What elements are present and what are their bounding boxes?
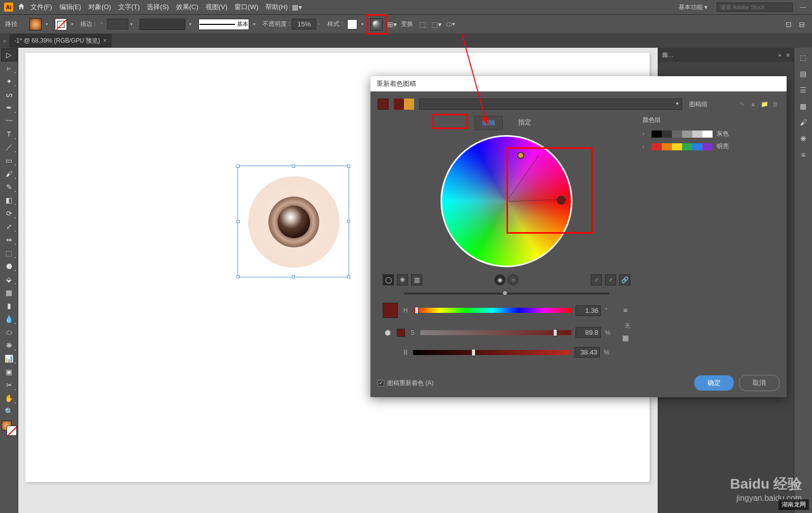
rotate-tool[interactable]: ⟳ bbox=[2, 207, 17, 219]
free-transform-tool[interactable]: ⬚ bbox=[2, 247, 17, 259]
smooth-wheel-button[interactable]: ◯ bbox=[383, 274, 394, 285]
tab-chevrons[interactable]: » bbox=[0, 38, 9, 44]
mesh-tool[interactable]: ▦ bbox=[2, 286, 17, 299]
hs-mode-button[interactable]: ◉ bbox=[494, 274, 505, 285]
zoom-tool[interactable]: 🔍 bbox=[2, 405, 17, 418]
stroke-panel-icon[interactable]: ≡ bbox=[797, 148, 810, 162]
stroke-weight-dd[interactable]: ▾ bbox=[130, 22, 136, 27]
saturation-slider[interactable] bbox=[420, 330, 571, 335]
symbols-icon[interactable]: ❋ bbox=[797, 132, 810, 145]
menu-window[interactable]: 窗口(W) bbox=[234, 3, 258, 12]
harmony-rules-dropdown[interactable] bbox=[419, 99, 682, 110]
transform-label[interactable]: 变换 bbox=[401, 20, 413, 28]
color-wheel-marker-1[interactable] bbox=[517, 152, 524, 159]
line-tool[interactable]: ／ bbox=[2, 141, 17, 153]
tab-close-icon[interactable]: × bbox=[103, 37, 107, 44]
eraser-tool[interactable]: ◧ bbox=[2, 194, 17, 206]
home-icon[interactable] bbox=[17, 3, 26, 12]
menu-file[interactable]: 文件(F) bbox=[30, 3, 52, 12]
brightness-value[interactable] bbox=[574, 347, 600, 358]
workspace-dropdown[interactable]: 基本功能 ▾ bbox=[674, 2, 712, 13]
align-icon[interactable]: ⊞▾ bbox=[387, 19, 397, 29]
style-dd[interactable]: ▾ bbox=[361, 22, 366, 27]
paintbrush-tool[interactable]: 🖌 bbox=[2, 168, 17, 180]
unlink-harmony-button[interactable]: 🔗 bbox=[619, 274, 630, 285]
graphic-style-swatch[interactable] bbox=[347, 19, 357, 29]
stroke-dropdown[interactable]: ▾ bbox=[71, 22, 76, 27]
variable-width-profile[interactable] bbox=[140, 19, 185, 30]
search-input[interactable] bbox=[717, 3, 793, 12]
scale-tool[interactable]: ⤢ bbox=[2, 220, 17, 233]
brush-dd-arrow[interactable]: ▾ bbox=[253, 22, 258, 27]
panel-tab-color[interactable]: 颜… bbox=[662, 51, 673, 59]
none-swatch-icon[interactable]: ▦ bbox=[620, 333, 630, 343]
save-colorgroup-icon[interactable]: 📁 bbox=[760, 100, 768, 108]
hue-value[interactable] bbox=[576, 305, 601, 316]
symbol-sprayer-tool[interactable]: ❋ bbox=[2, 339, 17, 351]
swatches-icon[interactable]: ▦ bbox=[797, 100, 810, 113]
add-color-button[interactable]: ♂ bbox=[591, 274, 602, 285]
saturation-value[interactable] bbox=[576, 327, 601, 338]
stroke-swatch[interactable] bbox=[55, 18, 67, 30]
shape-icon[interactable]: ⬭▾ bbox=[446, 19, 456, 29]
cancel-button[interactable]: 取消 bbox=[739, 375, 780, 391]
pin-icon[interactable]: ⊡ bbox=[784, 19, 794, 29]
menu-effect[interactable]: 效果(C) bbox=[176, 3, 198, 12]
perspective-tool[interactable]: ⬙ bbox=[2, 273, 17, 285]
brushes-icon[interactable]: 🖌 bbox=[797, 116, 810, 129]
prefs-icon[interactable]: ⊟ bbox=[797, 19, 807, 29]
menu-type[interactable]: 文字(T) bbox=[118, 3, 140, 12]
panel-tab-more[interactable]: » bbox=[778, 52, 781, 58]
hsb-mini-swatch[interactable] bbox=[397, 329, 405, 337]
tab-edit[interactable]: 编辑 bbox=[475, 116, 503, 130]
tab-assign[interactable]: 指定 bbox=[511, 116, 538, 130]
gradient-tool[interactable]: ▮ bbox=[2, 300, 17, 312]
fill-swatch[interactable] bbox=[29, 18, 42, 30]
shape-builder-tool[interactable]: ⬣ bbox=[2, 260, 17, 272]
eyedropper-tool[interactable]: 💧 bbox=[2, 313, 17, 325]
color-group-row-gray[interactable]: › 灰色 bbox=[642, 127, 780, 140]
graph-tool[interactable]: 📊 bbox=[2, 352, 17, 365]
stroke-weight-input[interactable] bbox=[107, 19, 128, 29]
width-tool[interactable]: ⇔ bbox=[2, 234, 17, 246]
magic-wand-tool[interactable]: ✦ bbox=[2, 75, 17, 87]
menu-view[interactable]: 视图(V) bbox=[206, 3, 227, 12]
libraries-icon[interactable]: ▤ bbox=[797, 67, 810, 80]
hue-slider[interactable] bbox=[413, 308, 571, 313]
direct-selection-tool[interactable]: ▹ bbox=[2, 62, 17, 74]
menu-edit[interactable]: 编辑(E) bbox=[59, 3, 81, 12]
hand-tool[interactable]: ✋ bbox=[2, 392, 17, 404]
brightness-value-slider[interactable] bbox=[413, 350, 570, 355]
curvature-tool[interactable]: 〰 bbox=[2, 115, 17, 127]
color-wheel-marker-2[interactable] bbox=[557, 196, 566, 205]
arrange-docs-icon[interactable]: ▦▾ bbox=[292, 2, 302, 12]
ok-button[interactable]: 确定 bbox=[694, 375, 734, 391]
opacity-dd[interactable]: › bbox=[318, 22, 323, 27]
fill-dropdown[interactable]: ▾ bbox=[46, 22, 51, 27]
hsb-current-swatch[interactable] bbox=[383, 303, 398, 318]
remove-color-button[interactable]: ♂ bbox=[605, 274, 616, 285]
profile-dd-arrow[interactable]: ▾ bbox=[189, 22, 194, 27]
pen-tool[interactable]: ✒ bbox=[2, 102, 17, 114]
slice-tool[interactable]: ✂ bbox=[2, 379, 17, 391]
crop-icon[interactable]: ⬚▾ bbox=[431, 19, 442, 29]
color-mode-icon[interactable]: ⬢ bbox=[383, 328, 393, 338]
blend-tool[interactable]: ⬭ bbox=[2, 326, 17, 338]
panel-menu-icon[interactable]: ≡ bbox=[787, 52, 790, 58]
edit-colorgroup-icon[interactable]: ✎ bbox=[738, 100, 746, 108]
menu-object[interactable]: 对象(O) bbox=[88, 3, 111, 12]
menu-select[interactable]: 选择(S) bbox=[147, 3, 168, 12]
pencil-tool[interactable]: ✎ bbox=[2, 181, 17, 193]
slider-menu-icon[interactable]: ≡ bbox=[620, 305, 630, 315]
active-base-color-swatch[interactable] bbox=[378, 99, 389, 110]
color-group-row-bright[interactable]: › 明亮 bbox=[642, 140, 780, 153]
minimize-icon[interactable]: — bbox=[798, 4, 808, 11]
brightness-slider[interactable] bbox=[404, 293, 609, 295]
isolate-icon[interactable]: ⬚ bbox=[417, 19, 427, 29]
selection-tool[interactable]: ▷ bbox=[2, 49, 17, 61]
segmented-wheel-button[interactable]: ❋ bbox=[397, 274, 408, 285]
properties-panel-icon[interactable]: ⬚ bbox=[797, 51, 810, 64]
bars-button[interactable]: ▥ bbox=[411, 274, 422, 285]
lasso-tool[interactable]: ᔕ bbox=[2, 88, 17, 101]
menu-help[interactable]: 帮助(H) bbox=[265, 3, 288, 12]
